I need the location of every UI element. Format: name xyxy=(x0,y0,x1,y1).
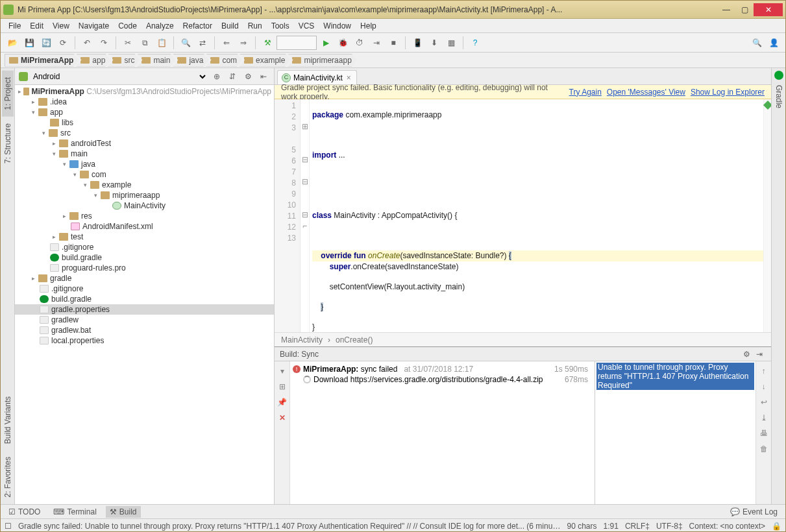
run-icon[interactable]: ▶ xyxy=(318,35,334,51)
up-icon[interactable]: ↑ xyxy=(758,365,770,377)
tree-src[interactable]: ▾src xyxy=(15,128,274,138)
tree-test[interactable]: ▸test xyxy=(15,232,274,242)
build-console[interactable]: Unable to tunnel through proxy. Proxy re… xyxy=(595,361,755,504)
sdk-icon[interactable]: ⬇ xyxy=(426,35,442,51)
menu-build[interactable]: Build xyxy=(217,20,243,32)
menu-view[interactable]: View xyxy=(49,20,73,32)
tree-buildgradle2[interactable]: build.gradle xyxy=(15,294,274,304)
refresh-icon[interactable]: ⟳ xyxy=(55,35,71,51)
status-icon[interactable]: ☐ xyxy=(5,522,12,531)
back-icon[interactable]: ⇐ xyxy=(219,35,234,51)
menu-navigate[interactable]: Navigate xyxy=(75,20,113,32)
tab-gradle[interactable]: Gradle xyxy=(773,80,785,114)
layout-icon[interactable]: ▦ xyxy=(443,35,459,51)
crumb-root[interactable]: MiPrimeraApp xyxy=(5,54,79,67)
find-icon[interactable]: 🔍 xyxy=(178,35,193,51)
crumb-class[interactable]: MainActivity xyxy=(281,335,323,345)
close-tab-icon[interactable]: × xyxy=(345,73,352,82)
crumb-src[interactable]: src xyxy=(108,54,140,67)
add-icon[interactable]: ⊕ xyxy=(210,70,223,83)
debug-icon[interactable]: 🐞 xyxy=(335,35,350,51)
crumb-com[interactable]: com xyxy=(206,54,242,67)
maximize-button[interactable]: ▢ xyxy=(735,3,754,16)
tree-gradleprops[interactable]: gradle.properties xyxy=(15,304,274,315)
pin-icon[interactable]: 📌 xyxy=(276,396,288,408)
tree-localprops[interactable]: local.properties xyxy=(15,335,274,346)
stop-icon[interactable]: ■ xyxy=(386,35,401,51)
filter-icon[interactable]: ▾ xyxy=(276,365,288,377)
paste-icon[interactable]: 📋 xyxy=(154,35,169,51)
tree-manifest[interactable]: AndroidManifest.xml xyxy=(15,221,274,232)
tree-gradlew[interactable]: gradlew xyxy=(15,315,274,325)
tab-project[interactable]: 1: Project xyxy=(2,71,14,117)
profile-icon[interactable]: ⏱ xyxy=(352,35,367,51)
crumb-method[interactable]: onCreate() xyxy=(336,335,373,345)
download-row[interactable]: Download https://services.gradle.org/dis… xyxy=(293,374,592,385)
redo-icon[interactable]: ↷ xyxy=(96,35,112,51)
tab-terminal[interactable]: ⌨Terminal xyxy=(49,506,100,518)
status-context[interactable]: Context: <no context> xyxy=(689,522,765,531)
tree-proguard[interactable]: proguard-rules.pro xyxy=(15,263,274,273)
stop-build-icon[interactable]: ✕ xyxy=(276,412,288,424)
menu-tools[interactable]: Tools xyxy=(267,20,293,32)
tree-java[interactable]: ▾java xyxy=(15,159,274,169)
print-icon[interactable]: 🖶 xyxy=(758,428,770,439)
tree-app[interactable]: ▾app xyxy=(15,107,274,117)
tree-gitignore2[interactable]: .gitignore xyxy=(15,284,274,294)
tab-eventlog[interactable]: 💬Event Log xyxy=(726,506,781,518)
sync-failed-row[interactable]: ! MiPrimeraApp: sync failed at 31/07/201… xyxy=(293,364,592,374)
tree-buildgradle[interactable]: build.gradle xyxy=(15,252,274,263)
tree-miprimeraapp[interactable]: ▾miprimeraapp xyxy=(15,190,274,200)
tree-gradledir[interactable]: ▸gradle xyxy=(15,273,274,284)
trash-icon[interactable]: 🗑 xyxy=(758,443,770,455)
menu-analyze[interactable]: Analyze xyxy=(142,20,178,32)
menu-edit[interactable]: Edit xyxy=(26,20,47,32)
wrap-icon[interactable]: ↩ xyxy=(758,396,770,408)
build-gear-icon[interactable]: ⚙ xyxy=(740,350,753,359)
copy-icon[interactable]: ⧉ xyxy=(137,35,153,51)
tree-gradlewbat[interactable]: gradlew.bat xyxy=(15,325,274,335)
menu-window[interactable]: Window xyxy=(319,20,355,32)
menu-file[interactable]: File xyxy=(5,20,25,32)
tree-androidtest[interactable]: ▸androidTest xyxy=(15,138,274,149)
project-view-select[interactable]: Android xyxy=(31,71,208,82)
tab-build-variants[interactable]: Build Variants xyxy=(2,390,14,450)
down-icon[interactable]: ↓ xyxy=(758,381,770,393)
tree-mainactivity[interactable]: MainActivity xyxy=(15,200,274,211)
run-config-combo[interactable] xyxy=(276,36,317,50)
lock-icon[interactable]: 🔒 xyxy=(772,522,781,531)
tab-todo[interactable]: ☑TODO xyxy=(5,506,44,518)
crumb-example[interactable]: example xyxy=(239,54,290,67)
avd-icon[interactable]: 📱 xyxy=(410,35,425,51)
crumb-pkg[interactable]: miprimeraapp xyxy=(288,54,356,67)
status-encoding[interactable]: UTF-8‡ xyxy=(656,522,683,531)
build-hide-icon[interactable]: ⇥ xyxy=(753,350,766,359)
status-eol[interactable]: CRLF‡ xyxy=(625,522,650,531)
crumb-java[interactable]: java xyxy=(173,54,208,67)
search-everywhere-icon[interactable]: 🔍 xyxy=(749,35,765,51)
close-button[interactable]: ✕ xyxy=(754,3,783,16)
menu-code[interactable]: Code xyxy=(114,20,141,32)
tree-root[interactable]: ▸MiPrimeraApp C:\Users\fgm13\AndroidStud… xyxy=(15,86,274,97)
open-icon[interactable]: 📂 xyxy=(5,35,20,51)
menu-vcs[interactable]: VCS xyxy=(295,20,319,32)
tree-res[interactable]: ▸res xyxy=(15,211,274,221)
help-icon[interactable]: ? xyxy=(467,35,483,51)
undo-icon[interactable]: ↶ xyxy=(79,35,95,51)
replace-icon[interactable]: ⇄ xyxy=(195,35,210,51)
tree-idea[interactable]: ▸.idea xyxy=(15,97,274,107)
try-again-link[interactable]: Try Again xyxy=(569,88,602,97)
collapse-icon[interactable]: ⇵ xyxy=(226,70,239,83)
tree-libs[interactable]: libs xyxy=(15,117,274,128)
avatar-icon[interactable]: 👤 xyxy=(766,35,781,51)
build-tree[interactable]: ! MiPrimeraApp: sync failed at 31/07/201… xyxy=(290,361,595,504)
project-tree[interactable]: ▸MiPrimeraApp C:\Users\fgm13\AndroidStud… xyxy=(15,85,274,504)
gear-icon[interactable]: ⚙ xyxy=(241,70,254,83)
show-log-link[interactable]: Show Log in Explorer xyxy=(691,88,765,97)
fold-gutter[interactable]: ⊞⊟⊟⊟⌐ xyxy=(301,99,310,332)
menu-refactor[interactable]: Refactor xyxy=(179,20,216,32)
menu-run[interactable]: Run xyxy=(244,20,266,32)
code-editor[interactable]: 1235678910111213 ⊞⊟⊟⊟⌐ package package c… xyxy=(275,99,771,332)
tab-structure[interactable]: 7: Structure xyxy=(2,117,14,170)
hide-icon[interactable]: ⇤ xyxy=(257,70,270,83)
